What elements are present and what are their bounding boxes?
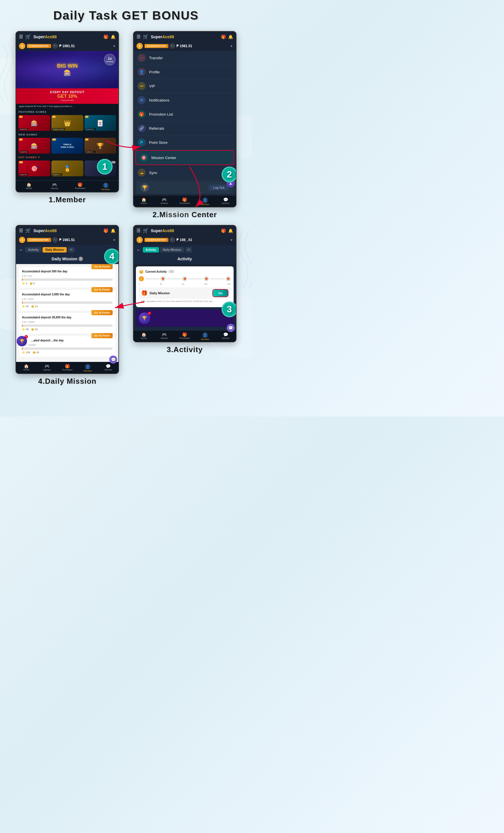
hamburger-icon-2[interactable]: ☰ [136, 34, 141, 40]
winner-close[interactable]: ✕ [148, 311, 151, 315]
refresh-icon[interactable]: ↻ [53, 44, 57, 48]
screenshot-1-block: ☰ 🛒 SuperAce88 🎁 🔔 $ CASHCENTER ↻ ₱ 1981… [11, 31, 123, 219]
bottom-nav-4: 🏠 Home 🎮 Games 🎁 Promotion 👤 Member 💬 [16, 362, 118, 373]
nav-home[interactable]: 🏠 Home [16, 181, 42, 192]
tab-daily-mission-4[interactable]: Daily Mission [43, 247, 67, 253]
cash-center-btn-3[interactable]: CASHCENTER [145, 238, 169, 242]
go-finish-btn-4[interactable]: Go To Finish [91, 333, 112, 338]
menu-notifications[interactable]: ✉ Notifications [134, 93, 236, 107]
nav-home-2[interactable]: 🏠 Home [134, 196, 154, 207]
refresh-icon-4[interactable]: ↻ [53, 238, 57, 242]
dropdown-icon-4[interactable]: ▼ [112, 238, 116, 242]
nav-member-3[interactable]: 👤 Member [195, 331, 215, 342]
nav-home-3[interactable]: 🏠 Home [134, 331, 154, 342]
game-golden2[interactable]: JILI 🏆 Golden E... [84, 138, 117, 153]
game-golden[interactable]: JILI 👑 Golden Empire [51, 115, 83, 131]
crown-icon: 👑 [139, 269, 144, 274]
bottom-nav-2: 🏠 Home 🎮 Games 🎁 Promotion 👤 Member 💬 [134, 195, 236, 207]
deposit-text2: GET 10% [19, 94, 116, 99]
phone3-header: ☰ 🛒 SuperAce88 🎁 🔔 [134, 225, 236, 236]
game-triple[interactable]: JDB TRIPLEKING KONG [51, 138, 83, 153]
nav-games-3[interactable]: 🎮 Games [154, 331, 174, 342]
service-btn-3[interactable]: 💬 [227, 324, 235, 332]
dropdown-icon[interactable]: ▼ [112, 45, 116, 48]
gift-icon[interactable]: 🎁 [103, 34, 108, 39]
bell-icon-4[interactable]: 🔔 [110, 229, 116, 233]
bell-icon-3[interactable]: 🔔 [228, 229, 233, 233]
menu-transfer[interactable]: ↔ Transfer [134, 51, 236, 65]
gift-icon-4[interactable]: 🎁 [103, 229, 108, 233]
cart-icon-3[interactable]: 🛒 [143, 228, 149, 233]
screen-title-4: Daily Mission ? [16, 255, 118, 264]
nav-promotion[interactable]: 🎁 Promotion [67, 181, 93, 192]
go-button[interactable]: Go [213, 290, 228, 296]
nav-promotion-3[interactable]: 🎁 Promotion [174, 331, 195, 342]
current-activity-row: 👑 Current Activity 0 [139, 269, 231, 274]
cart-icon-2[interactable]: 🛒 [143, 34, 149, 40]
go-finish-btn-3[interactable]: Go To Finish [91, 310, 112, 315]
gift-icon-2[interactable]: 🎁 [221, 34, 226, 39]
refresh-icon-2[interactable]: ↻ [170, 44, 175, 48]
screenshot-3-block: ☰ 🛒 SuperAce88 🎁 🔔 $ CASHCENTER ↻ ₱ 198_… [129, 225, 241, 386]
hot-game-1[interactable]: WIN 🎯 SuperAce [18, 161, 50, 176]
game-superace2[interactable]: JILI 🎰 SuperAce [18, 138, 50, 153]
tab-activity-3[interactable]: Activity [143, 247, 159, 253]
menu-promotion-list[interactable]: 🎁 Promotion List [134, 107, 236, 121]
nav-member[interactable]: 👤 Member [93, 181, 118, 192]
back-btn-3[interactable]: ← [136, 247, 141, 253]
hamburger-icon-3[interactable]: ☰ [136, 228, 141, 233]
gift-icon-3[interactable]: 🎁 [221, 229, 226, 233]
hamburger-icon-4[interactable]: ☰ [19, 228, 23, 233]
bell-icon[interactable]: 🔔 [110, 34, 116, 39]
logo-2: SuperAce88 [151, 34, 174, 39]
nav-promotion-4[interactable]: 🎁 Promotion [57, 362, 78, 373]
dropdown-icon-3[interactable]: ▼ [230, 238, 233, 242]
menu-profile[interactable]: 👤 Profile [134, 65, 236, 79]
menu-promotion-label: Promotion List [149, 112, 173, 117]
nav-member-2[interactable]: 👤 Member [195, 196, 215, 207]
tab-activity-4[interactable]: Activity [25, 247, 41, 253]
dropdown-icon-2[interactable]: ▼ [230, 45, 233, 48]
tab-daily-mission-3[interactable]: Daily Mission [160, 247, 184, 253]
cash-center-btn-4[interactable]: CASHCENTER [27, 238, 51, 242]
game-fortune[interactable]: JILI 🃏 Fortune G... [84, 115, 117, 131]
menu-mission-center[interactable]: 🎯 Mission Center [135, 150, 234, 165]
game-superace[interactable]: JILI 🎰 SuperAce [18, 115, 50, 131]
nav-games-4[interactable]: 🎮 Games [36, 362, 57, 373]
logout-button[interactable]: Log Out [209, 185, 229, 190]
phone-1: ☰ 🛒 SuperAce88 🎁 🔔 $ CASHCENTER ↻ ₱ 1981… [16, 31, 119, 192]
hot-game-2[interactable]: 🏅 Golden E... [51, 161, 83, 176]
screenshots-grid: ☰ 🛒 SuperAce88 🎁 🔔 $ CASHCENTER ↻ ₱ 1981… [0, 28, 252, 391]
label-3: 3.Activity [167, 345, 203, 354]
tab-h-4[interactable]: H [68, 247, 74, 253]
hamburger-icon[interactable]: ☰ [19, 34, 23, 40]
nav-games[interactable]: 🎮 Games [42, 181, 67, 192]
help-icon-4[interactable]: ? [78, 257, 83, 261]
mission-3-reward: ⭐ 88 👑 30 [22, 328, 112, 331]
nav-service-4[interactable]: 💬 Service [98, 362, 118, 373]
go-finish-btn-2[interactable]: Go To Finish [91, 287, 112, 292]
menu-sync[interactable]: ☁ Sync [134, 166, 236, 180]
cash-center-btn[interactable]: CASHCENTER [27, 44, 51, 48]
nav-promotion-2[interactable]: 🎁 Promotion [174, 196, 195, 207]
go-finish-btn-1[interactable]: Go To Finish [91, 264, 112, 269]
menu-vip[interactable]: VIP VIP [134, 79, 236, 93]
cart-icon-4[interactable]: 🛒 [25, 228, 31, 233]
dot-200: 🎁 [226, 276, 231, 281]
nav-service-3[interactable]: 💬 Service [216, 331, 236, 342]
nav-service-2[interactable]: 💬 Service [216, 196, 236, 207]
menu-referrals[interactable]: 🔗 Referrals [134, 121, 236, 136]
bell-icon-2[interactable]: 🔔 [228, 34, 233, 39]
refresh-icon-3[interactable]: ↻ [170, 238, 175, 242]
step-4-circle: 4 [104, 248, 119, 264]
mission-card-2: Accumulated deposit 3,000 the day Go To … [19, 290, 116, 311]
menu-point-store[interactable]: P Point Store [134, 136, 236, 149]
daily-mission-row: 🎁 Daily Mission Go [139, 287, 231, 299]
cash-center-btn-2[interactable]: CASHCENTER [145, 44, 169, 48]
nav-games-2[interactable]: 🎮 Games [154, 196, 174, 207]
nav-member-4[interactable]: 👤 Member [78, 362, 98, 373]
cart-icon[interactable]: 🛒 [25, 34, 31, 40]
back-btn-4[interactable]: ← [19, 247, 24, 253]
tab-h-3[interactable]: H [185, 247, 192, 253]
nav-home-4[interactable]: 🏠 Home [16, 362, 36, 373]
